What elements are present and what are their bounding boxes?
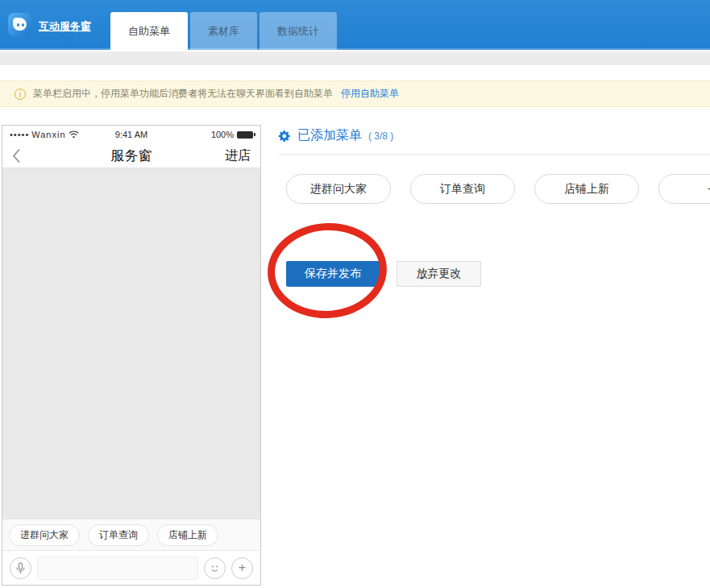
save-and-publish-button[interactable]: 保存并发布 [286, 261, 380, 287]
wifi-icon [69, 130, 79, 139]
brand-link[interactable]: 互动服务窗 [39, 19, 91, 34]
battery-percent: 100% [211, 130, 234, 139]
app-logo-icon [8, 13, 31, 36]
menu-item-pill[interactable]: 订单查询 [410, 174, 515, 204]
add-menu-pill[interactable]: + [658, 174, 710, 204]
tab-material-library[interactable]: 素材库 [190, 12, 257, 50]
panel-divider [278, 154, 710, 155]
phone-status-bar: ••••• Wanxin 9:41 AM 100% [2, 126, 260, 143]
page: 互动服务窗 自助菜单 素材库 数据统计 i 菜单栏启用中，停用菜单功能后消费者将… [0, 0, 710, 588]
chat-input-bar: + [2, 550, 260, 585]
panel-title: 已添加菜单 [297, 127, 362, 144]
chat-input[interactable] [37, 557, 198, 580]
info-icon: i [15, 89, 26, 100]
tab-data-statistics[interactable]: 数据统计 [260, 12, 337, 50]
plus-icon[interactable]: + [231, 557, 253, 579]
action-buttons: 保存并发布 放弃更改 [286, 261, 481, 287]
phone-menu-item[interactable]: 订单查询 [88, 524, 149, 546]
top-tabs: 自助菜单 素材库 数据统计 [110, 12, 337, 50]
menu-item-pill[interactable]: 店铺上新 [534, 174, 639, 204]
gear-icon [278, 130, 291, 143]
enter-store-button[interactable]: 进店 [225, 147, 251, 164]
added-menu-list: 进群问大家 订单查询 店铺上新 + [286, 174, 710, 204]
notice-text: 菜单栏启用中，停用菜单功能后消费者将无法在聊天界面看到自助菜单 [33, 87, 333, 101]
chat-area [2, 168, 260, 520]
phone-preview: ••••• Wanxin 9:41 AM 100% [2, 125, 261, 586]
back-icon[interactable] [12, 148, 21, 164]
phone-menu-item[interactable]: 进群问大家 [9, 524, 80, 546]
menu-count-badge: ( 3/8 ) [368, 130, 393, 142]
app-header: 互动服务窗 自助菜单 素材库 数据统计 [0, 0, 710, 50]
smiley-icon[interactable] [204, 557, 226, 579]
disable-menu-link[interactable]: 停用自助菜单 [341, 87, 399, 101]
phone-menu-item[interactable]: 店铺上新 [157, 524, 218, 546]
clock-label: 9:41 AM [91, 130, 172, 139]
phone-menu-bar: 进群问大家 订单查询 店铺上新 [2, 520, 260, 550]
carrier-label: ••••• Wanxin [10, 130, 91, 139]
discard-changes-button[interactable]: 放弃更改 [397, 261, 481, 287]
notice-bar: i 菜单栏启用中，停用菜单功能后消费者将无法在聊天界面看到自助菜单 停用自助菜单 [0, 81, 710, 107]
panel-header: 已添加菜单 ( 3/8 ) [278, 121, 710, 144]
phone-page-title: 服务窗 [2, 147, 260, 165]
battery-icon [237, 131, 253, 139]
phone-nav-bar: 服务窗 进店 [2, 143, 260, 168]
mic-icon[interactable] [10, 557, 31, 579]
tab-self-service-menu[interactable]: 自助菜单 [110, 12, 188, 50]
menu-item-pill[interactable]: 进群问大家 [286, 174, 391, 204]
header-shadow-strip [0, 52, 710, 65]
menu-editor-panel: 已添加菜单 ( 3/8 ) 进群问大家 订单查询 店铺上新 + 保存并发布 放弃… [278, 121, 710, 588]
